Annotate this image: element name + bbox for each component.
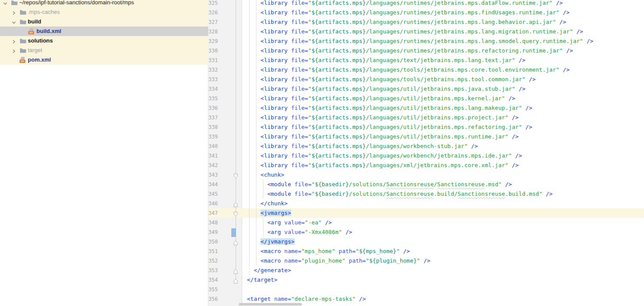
ide-window: ~/repos/ipf-tutorial-sanctions/domain-ro… — [0, 0, 644, 306]
line-number: 332 — [208, 65, 218, 75]
line-number: 355 — [208, 285, 218, 294]
line-number: 340 — [208, 141, 218, 151]
tree-item-label: solutions — [28, 36, 53, 46]
line-number: 330 — [208, 46, 218, 56]
folder-icon — [19, 18, 27, 25]
line-number: 348 — [208, 218, 218, 227]
line-number: 339 — [208, 132, 218, 141]
line-number: 351 — [208, 247, 218, 256]
code-line-332[interactable]: <library file="${artifacts.mps}/language… — [247, 65, 570, 75]
svg-text:<>: <> — [21, 59, 24, 63]
line-number: 329 — [208, 36, 218, 46]
chevron-right-icon[interactable] — [11, 48, 16, 53]
code-line-327[interactable]: <library file="${artifacts.mps}/language… — [247, 17, 566, 27]
fold-region-start-icon[interactable] — [233, 172, 238, 178]
line-number: 337 — [208, 113, 218, 122]
code-line-349[interactable]: <arg value="-Xmx4086m" /> — [247, 227, 352, 237]
line-number: 354 — [208, 275, 218, 285]
code-line-343[interactable]: <chunk> — [247, 170, 284, 180]
code-line-348[interactable]: <arg value="-ea" /> — [247, 218, 332, 227]
tree-item-label: .mps-caches — [28, 7, 60, 17]
line-number: 344 — [208, 180, 218, 189]
code-line-356[interactable]: <target name="declare-mps-tasks" /> — [247, 294, 366, 304]
fold-region-end-icon[interactable] — [233, 277, 238, 283]
tree-item-pom.xml[interactable]: <>pom.xml — [0, 55, 208, 65]
line-number: 349 — [208, 227, 218, 237]
ant-build-file-icon: <> — [28, 28, 36, 35]
code-line-351[interactable]: <macro name="mps_home" path="${mps_home}… — [247, 247, 410, 256]
fold-region-end-icon[interactable] — [233, 201, 238, 207]
tree-item-target[interactable]: target — [0, 46, 208, 55]
code-line-336[interactable]: <library file="${artifacts.mps}/language… — [247, 103, 532, 113]
code-line-338[interactable]: <library file="${artifacts.mps}/language… — [247, 122, 532, 132]
line-number: 347 — [208, 208, 218, 218]
tree-item-label: build.xml — [36, 26, 61, 36]
code-line-350[interactable]: </jvmargs> — [247, 237, 295, 247]
code-line-344[interactable]: <module file="${basedir}/solutions/Sanct… — [247, 180, 512, 189]
code-line-330[interactable]: <library file="${artifacts.mps}/language… — [247, 46, 573, 56]
code-line-325[interactable]: <library file="${artifacts.mps}/language… — [247, 0, 563, 8]
tree-item-label: pom.xml — [28, 55, 51, 65]
line-number: 328 — [208, 27, 218, 36]
line-number: 333 — [208, 75, 218, 84]
gutter-change-marker[interactable] — [231, 228, 236, 237]
folder-icon — [19, 37, 27, 44]
code-line-346[interactable]: </chunk> — [247, 199, 288, 208]
code-line-345[interactable]: <module file="${basedir}/solutions/Sanct… — [247, 189, 552, 199]
code-line-352[interactable]: <macro name="plugin_home" path="${plugin… — [247, 256, 430, 266]
line-number: 343 — [208, 170, 218, 180]
code-line-333[interactable]: <library file="${artifacts.mps}/language… — [247, 75, 536, 84]
folder-icon — [10, 0, 18, 6]
tree-item-build.xml[interactable]: <>build.xml — [0, 26, 208, 36]
line-number: 326 — [208, 8, 218, 17]
line-number: 345 — [208, 189, 218, 199]
line-number: 327 — [208, 17, 218, 27]
folder-icon — [19, 47, 27, 54]
code-line-354[interactable]: </target> — [247, 275, 277, 285]
fold-region-end-icon[interactable] — [233, 268, 238, 273]
chevron-right-icon[interactable] — [11, 10, 16, 15]
line-number: 342 — [208, 161, 218, 170]
tree-item-label: ~/repos/ipf-tutorial-sanctions/domain-ro… — [19, 0, 134, 7]
code-line-347[interactable]: <jvmargs> — [247, 208, 291, 218]
code-line-329[interactable]: <library file="${artifacts.mps}/language… — [247, 36, 593, 46]
ant-build-file-icon: <> — [19, 56, 27, 63]
code-line-335[interactable]: <library file="${artifacts.mps}/language… — [247, 94, 515, 103]
code-line-337[interactable]: <library file="${artifacts.mps}/language… — [247, 113, 519, 122]
chevron-right-icon[interactable] — [11, 38, 16, 43]
code-line-328[interactable]: <library file="${artifacts.mps}/language… — [247, 27, 583, 36]
code-editor[interactable]: 325 <library file="${artifacts.mps}/lang… — [208, 0, 644, 306]
tree-item-label: build — [28, 17, 41, 26]
code-line-342[interactable]: <library file="${artifacts.mps}/language… — [247, 161, 519, 170]
line-number: 352 — [208, 256, 218, 266]
code-line-340[interactable]: <library file="${artifacts.mps}/language… — [247, 141, 478, 151]
tree-item-label: target — [28, 46, 42, 55]
line-number: 334 — [208, 84, 218, 94]
tree-item--repos-ipf-tutorial-sanctions-domain-root-mps[interactable]: ~/repos/ipf-tutorial-sanctions/domain-ro… — [0, 0, 208, 7]
line-number: 335 — [208, 94, 218, 103]
line-number: 356 — [208, 294, 218, 304]
fold-guide-line — [236, 0, 236, 280]
line-number: 350 — [208, 237, 218, 247]
code-line-339[interactable]: <library file="${artifacts.mps}/language… — [247, 132, 519, 141]
code-line-334[interactable]: <library file="${artifacts.mps}/language… — [247, 84, 526, 94]
folder-icon — [19, 9, 27, 16]
code-line-326[interactable]: <library file="${artifacts.mps}/language… — [247, 8, 570, 17]
chevron-down-icon[interactable] — [11, 19, 16, 24]
code-line-353[interactable]: </generate> — [247, 266, 291, 275]
tree-item-solutions[interactable]: solutions — [0, 36, 208, 46]
line-number: 336 — [208, 103, 218, 113]
line-number: 325 — [208, 0, 218, 8]
project-tree: ~/repos/ipf-tutorial-sanctions/domain-ro… — [0, 0, 208, 306]
tree-item-.mps-caches[interactable]: .mps-caches — [0, 7, 208, 17]
code-line-331[interactable]: <library file="${artifacts.mps}/language… — [247, 56, 526, 65]
line-number: 346 — [208, 199, 218, 208]
fold-region-end-icon[interactable] — [233, 239, 238, 245]
horizontal-scrollbar-thumb[interactable] — [239, 303, 302, 306]
tree-item-build[interactable]: build — [0, 17, 208, 26]
chevron-down-icon[interactable] — [3, 0, 8, 5]
fold-region-start-icon[interactable] — [233, 211, 238, 216]
svg-text:<>: <> — [30, 31, 33, 34]
code-line-341[interactable]: <library file="${artifacts.mps}/language… — [247, 151, 522, 161]
line-number: 338 — [208, 122, 218, 132]
